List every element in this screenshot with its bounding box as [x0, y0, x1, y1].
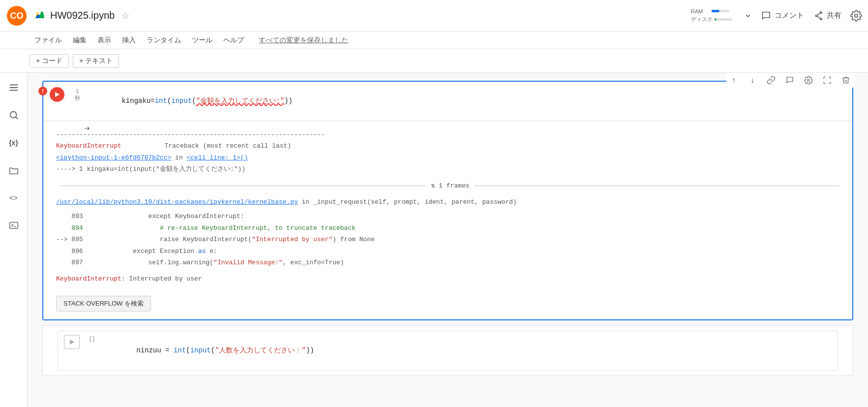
- svg-line-12: [16, 117, 18, 119]
- run-circle: [50, 87, 64, 102]
- toolbar-row: + コード + テキスト: [0, 49, 868, 73]
- move-up-button[interactable]: ↑: [726, 73, 741, 88]
- play-empty-icon: [69, 339, 75, 345]
- colab-logo: CO: [6, 5, 28, 27]
- run-cell-1-button[interactable]: [49, 87, 65, 102]
- ram-fill: [712, 10, 719, 12]
- move-icon: [84, 125, 91, 132]
- svg-text:CO: CO: [10, 11, 24, 21]
- frames-row: ⇅ 1 frames: [56, 180, 844, 191]
- comment-icon: [761, 10, 772, 21]
- svg-point-3: [820, 11, 822, 13]
- play-icon: [54, 91, 61, 98]
- cell-counter: 1秒: [70, 88, 85, 102]
- traceback-block: ----------------------------------------…: [51, 129, 844, 312]
- cell-1-output: ----------------------------------------…: [43, 121, 852, 319]
- svg-marker-15: [55, 92, 60, 97]
- comment-label: コメント: [775, 11, 804, 20]
- frames-line-right: [474, 186, 839, 186]
- svg-point-7: [807, 79, 810, 82]
- cell-2: [ ] ninzuu = int(input("人数を入力してください：")): [42, 325, 853, 376]
- cell-2-bracket: [ ]: [85, 335, 99, 342]
- cell-1-code[interactable]: kingaku=int(input("金額を入力してください:")): [89, 86, 846, 117]
- svg-point-4: [820, 18, 822, 20]
- disk-bar: [714, 18, 732, 21]
- add-text-button[interactable]: + テキスト: [73, 54, 119, 68]
- hamburger-icon: [8, 82, 19, 93]
- error-badge: !: [38, 87, 47, 95]
- move-output-button[interactable]: [84, 125, 91, 132]
- link-cell-button[interactable]: [764, 73, 778, 88]
- filename[interactable]: HW0925.ipynb: [50, 10, 115, 21]
- svg-marker-16: [70, 340, 74, 344]
- expand-icon: [823, 76, 832, 85]
- menu-help[interactable]: ヘルプ: [218, 34, 249, 47]
- menu-bar: ファイル 編集 表示 挿入 ランタイム ツール ヘルプ すべての変更を保存しまし…: [0, 31, 868, 49]
- connect-button[interactable]: [744, 12, 752, 20]
- svg-point-11: [10, 112, 16, 118]
- drive-icon: [34, 10, 45, 21]
- cell-toolbar: ↑ ↓: [726, 73, 853, 88]
- menu-view[interactable]: 表示: [93, 34, 116, 47]
- comment-cell-icon: [785, 76, 794, 85]
- top-bar: CO HW0925.ipynb ☆ RAM ディスク: [0, 0, 868, 31]
- svg-point-2: [816, 15, 818, 17]
- share-icon: [813, 10, 824, 21]
- sidebar-files-button[interactable]: [5, 161, 23, 179]
- move-down-button[interactable]: ↓: [745, 73, 760, 88]
- sidebar-snippets-button[interactable]: <>: [5, 189, 23, 207]
- disk-label: ディスク: [691, 16, 713, 23]
- frames-line-left: [61, 186, 426, 186]
- top-right-actions: RAM ディスク コメント: [691, 8, 862, 23]
- star-button[interactable]: ☆: [122, 10, 129, 21]
- sidebar-terminal-button[interactable]: [5, 217, 23, 234]
- left-sidebar: {x} <>: [0, 73, 28, 407]
- ram-bar: [712, 10, 729, 12]
- settings-cell-icon: [804, 76, 813, 85]
- ram-label: RAM: [691, 8, 710, 14]
- expand-cell-button[interactable]: [820, 73, 835, 88]
- search-icon: [8, 110, 19, 121]
- comment-button[interactable]: コメント: [761, 10, 804, 21]
- cell-2-input: [ ] ninzuu = int(input("人数を入力してください：")): [58, 331, 838, 371]
- sidebar-menu-button[interactable]: [5, 79, 23, 96]
- cell-2-run-placeholder[interactable]: [64, 335, 80, 349]
- sidebar-variables-button[interactable]: {x}: [5, 134, 23, 152]
- cell-settings-button[interactable]: [801, 73, 816, 88]
- menu-edit[interactable]: 編集: [68, 34, 92, 47]
- folder-icon: [8, 165, 19, 176]
- share-button[interactable]: 共有: [813, 10, 841, 21]
- menu-insert[interactable]: 挿入: [117, 34, 141, 47]
- disk-fill: [714, 18, 716, 21]
- sidebar-search-button[interactable]: [5, 106, 23, 124]
- menu-tools[interactable]: ツール: [187, 34, 217, 47]
- add-code-button[interactable]: + コード: [30, 54, 69, 68]
- save-status[interactable]: すべての変更を保存しました: [259, 36, 348, 45]
- stackoverflow-area: STACK OVERFLOW を検索: [56, 291, 844, 312]
- menu-runtime[interactable]: ランタイム: [142, 34, 186, 47]
- link-icon: [767, 76, 775, 85]
- cell-2-code[interactable]: ninzuu = int(input("人数を入力してください：")): [103, 335, 832, 366]
- delete-cell-button[interactable]: [838, 73, 853, 88]
- svg-line-5: [817, 13, 820, 15]
- ram-disk-indicator: RAM ディスク: [691, 8, 732, 23]
- delete-icon: [841, 76, 850, 85]
- cell-1: ! 1秒 kingaku=int(input("金額を入力してください:")): [42, 81, 853, 320]
- comment-cell-button[interactable]: [782, 73, 797, 88]
- share-label: 共有: [827, 11, 841, 20]
- chevron-down-icon: [744, 12, 752, 20]
- stackoverflow-search-button[interactable]: STACK OVERFLOW を検索: [56, 296, 151, 312]
- terminal-icon: [8, 220, 19, 231]
- settings-icon[interactable]: [850, 10, 862, 22]
- svg-line-6: [817, 16, 820, 18]
- menu-file[interactable]: ファイル: [30, 34, 67, 47]
- notebook-main: ! 1秒 kingaku=int(input("金額を入力してください:")): [28, 73, 868, 407]
